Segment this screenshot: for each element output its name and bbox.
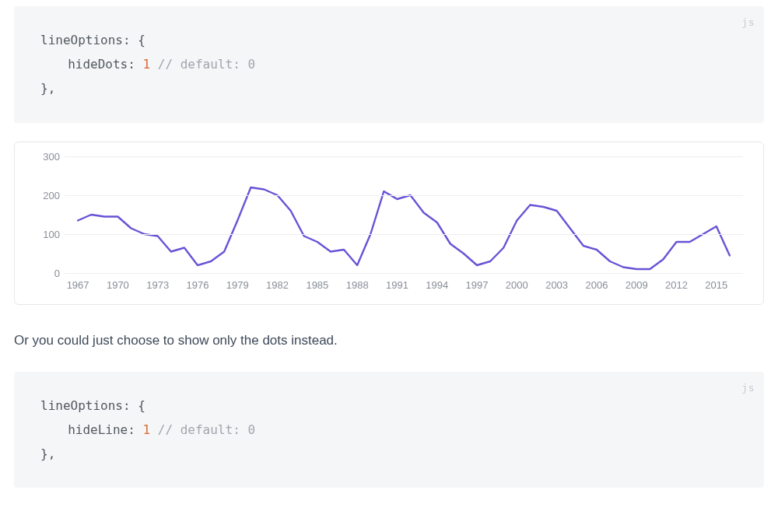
- code-line: },: [40, 76, 738, 100]
- code-token: },: [40, 446, 55, 461]
- chart-y-tick-label: 0: [30, 267, 60, 278]
- code-line: lineOptions: {: [40, 28, 738, 52]
- chart-y-tick-label: 300: [30, 150, 60, 162]
- chart-x-tick-label: 1997: [466, 279, 489, 291]
- code-token: :: [128, 57, 142, 72]
- code-block-line-options-hide-line: js lineOptions: { hideLine: 1 // default…: [14, 372, 764, 488]
- chart-x-tick-label: 1979: [226, 279, 249, 291]
- chart-gridline: [65, 156, 743, 157]
- chart-x-tick-label: 1985: [306, 279, 328, 291]
- chart-x-tick-label: 2009: [626, 279, 648, 291]
- chart-plot-area: [65, 156, 743, 273]
- code-token: hideDots: [68, 57, 128, 72]
- chart-gridline: [65, 273, 743, 274]
- code-token: lineOptions: [40, 398, 123, 413]
- code-token-number: 1: [143, 57, 151, 72]
- code-token: [150, 57, 158, 72]
- code-token: : {: [123, 33, 145, 47]
- chart-x-tick-label: 1970: [107, 279, 129, 291]
- chart-x-tick-label: 1973: [146, 279, 169, 291]
- chart-x-tick-label: 1967: [67, 279, 89, 291]
- code-line: hideDots: 1 // default: 0: [40, 52, 738, 76]
- chart-x-labels: 1967197019731976197919821985198819911994…: [65, 279, 743, 295]
- line-chart: 1967197019731976197919821985198819911994…: [30, 156, 748, 296]
- chart-x-tick-label: 2012: [665, 279, 688, 291]
- code-block-line-options-hide-dots: js lineOptions: { hideDots: 1 // default…: [14, 6, 764, 123]
- code-token: [150, 422, 158, 437]
- line-chart-card: 1967197019731976197919821985198819911994…: [14, 142, 764, 305]
- code-line: lineOptions: {: [40, 394, 738, 418]
- chart-x-tick-label: 1994: [426, 279, 448, 291]
- chart-x-tick-label: 1991: [386, 279, 408, 291]
- chart-y-tick-label: 200: [30, 189, 60, 201]
- prose-text: Or you could just choose to show only th…: [14, 333, 764, 348]
- code-token-comment: // default: 0: [158, 422, 255, 437]
- code-lang-badge: js: [741, 12, 755, 32]
- code-token: :: [128, 422, 142, 437]
- code-token: lineOptions: [40, 33, 123, 47]
- chart-line-path: [78, 187, 730, 269]
- code-token: },: [40, 81, 55, 96]
- code-line: },: [40, 442, 738, 466]
- code-token-comment: // default: 0: [158, 57, 255, 72]
- chart-line-svg: [65, 156, 743, 273]
- code-line: hideLine: 1 // default: 0: [40, 418, 738, 442]
- chart-x-tick-label: 2003: [545, 279, 568, 291]
- code-token: hideLine: [68, 422, 128, 437]
- chart-gridline: [65, 195, 743, 196]
- chart-x-tick-label: 1988: [346, 279, 369, 291]
- code-token-number: 1: [143, 422, 151, 437]
- code-lang-badge: js: [741, 378, 755, 397]
- chart-x-tick-label: 2000: [506, 279, 528, 291]
- code-token: : {: [123, 398, 145, 413]
- chart-x-tick-label: 2015: [705, 279, 727, 291]
- chart-x-tick-label: 1982: [266, 279, 289, 291]
- chart-x-tick-label: 2006: [585, 279, 608, 291]
- chart-x-tick-label: 1976: [187, 279, 209, 291]
- chart-y-tick-label: 100: [30, 228, 60, 240]
- chart-gridline: [65, 234, 743, 235]
